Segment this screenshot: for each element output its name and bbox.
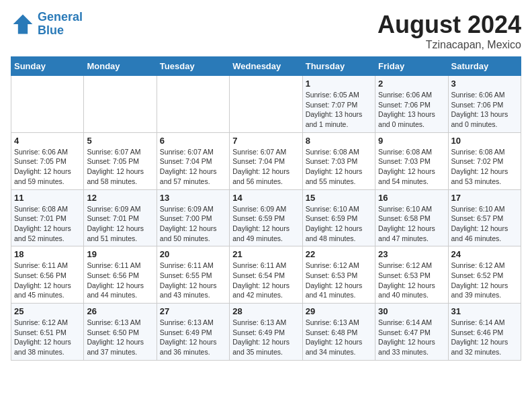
- day-cell: 3Sunrise: 6:06 AMSunset: 7:06 PMDaylight…: [448, 76, 521, 133]
- day-detail: Sunrise: 6:12 AMSunset: 6:53 PMDaylight:…: [378, 261, 445, 300]
- day-cell: 28Sunrise: 6:13 AMSunset: 6:49 PMDayligh…: [230, 304, 302, 361]
- col-friday: Friday: [375, 57, 448, 76]
- day-number: 10: [451, 136, 518, 146]
- week-row-5: 25Sunrise: 6:12 AMSunset: 6:51 PMDayligh…: [11, 304, 521, 361]
- day-cell: 4Sunrise: 6:06 AMSunset: 7:05 PMDaylight…: [11, 132, 84, 189]
- day-number: 30: [378, 306, 445, 316]
- day-detail: Sunrise: 6:13 AMSunset: 6:49 PMDaylight:…: [232, 318, 299, 357]
- day-number: 6: [160, 136, 226, 146]
- location-subtitle: Tzinacapan, Mexico: [378, 39, 521, 51]
- col-tuesday: Tuesday: [157, 57, 229, 76]
- day-number: 7: [232, 136, 299, 146]
- day-detail: Sunrise: 6:12 AMSunset: 6:52 PMDaylight:…: [451, 261, 518, 300]
- day-cell: 20Sunrise: 6:11 AMSunset: 6:55 PMDayligh…: [157, 246, 229, 304]
- day-cell: 7Sunrise: 6:07 AMSunset: 7:04 PMDaylight…: [230, 132, 302, 189]
- day-detail: Sunrise: 6:07 AMSunset: 7:04 PMDaylight:…: [232, 147, 299, 187]
- day-detail: Sunrise: 6:10 AMSunset: 6:57 PMDaylight:…: [451, 204, 518, 244]
- day-detail: Sunrise: 6:08 AMSunset: 7:03 PMDaylight:…: [378, 147, 445, 187]
- day-cell: 23Sunrise: 6:12 AMSunset: 6:53 PMDayligh…: [375, 246, 448, 304]
- day-cell: 11Sunrise: 6:08 AMSunset: 7:01 PMDayligh…: [11, 189, 84, 246]
- day-cell: 15Sunrise: 6:10 AMSunset: 6:59 PMDayligh…: [302, 189, 375, 246]
- day-cell: 6Sunrise: 6:07 AMSunset: 7:04 PMDaylight…: [157, 132, 229, 189]
- day-number: 18: [14, 249, 81, 259]
- day-detail: Sunrise: 6:13 AMSunset: 6:50 PMDaylight:…: [87, 318, 153, 357]
- day-detail: Sunrise: 6:08 AMSunset: 7:03 PMDaylight:…: [306, 147, 372, 187]
- day-number: 23: [378, 249, 445, 259]
- day-detail: Sunrise: 6:07 AMSunset: 7:05 PMDaylight:…: [87, 147, 153, 187]
- logo: General Blue: [11, 11, 83, 38]
- day-cell: 18Sunrise: 6:11 AMSunset: 6:56 PMDayligh…: [11, 246, 84, 304]
- day-cell: 25Sunrise: 6:12 AMSunset: 6:51 PMDayligh…: [11, 304, 84, 361]
- day-number: 29: [306, 306, 372, 316]
- day-detail: Sunrise: 6:14 AMSunset: 6:47 PMDaylight:…: [378, 318, 445, 357]
- day-detail: Sunrise: 6:11 AMSunset: 6:54 PMDaylight:…: [232, 261, 299, 300]
- day-detail: Sunrise: 6:13 AMSunset: 6:48 PMDaylight:…: [306, 318, 372, 357]
- col-wednesday: Wednesday: [230, 57, 302, 76]
- day-detail: Sunrise: 6:06 AMSunset: 7:06 PMDaylight:…: [378, 90, 445, 130]
- day-detail: Sunrise: 6:09 AMSunset: 7:01 PMDaylight:…: [87, 204, 153, 244]
- day-cell: 12Sunrise: 6:09 AMSunset: 7:01 PMDayligh…: [84, 189, 157, 246]
- day-number: 14: [232, 193, 299, 203]
- day-cell: 2Sunrise: 6:06 AMSunset: 7:06 PMDaylight…: [375, 76, 448, 133]
- day-detail: Sunrise: 6:05 AMSunset: 7:07 PMDaylight:…: [306, 90, 372, 130]
- day-detail: Sunrise: 6:09 AMSunset: 7:00 PMDaylight:…: [160, 204, 226, 244]
- week-row-3: 11Sunrise: 6:08 AMSunset: 7:01 PMDayligh…: [11, 189, 521, 246]
- day-cell: 27Sunrise: 6:13 AMSunset: 6:49 PMDayligh…: [157, 304, 229, 361]
- day-detail: Sunrise: 6:12 AMSunset: 6:51 PMDaylight:…: [14, 318, 81, 357]
- col-saturday: Saturday: [448, 57, 521, 76]
- day-number: 4: [14, 136, 81, 146]
- day-number: 16: [378, 193, 445, 203]
- day-number: 1: [306, 79, 372, 89]
- day-cell: 14Sunrise: 6:09 AMSunset: 6:59 PMDayligh…: [230, 189, 302, 246]
- day-number: 15: [306, 193, 372, 203]
- page-header: General Blue August 2024 Tzinacapan, Mex…: [11, 11, 521, 51]
- day-number: 9: [378, 136, 445, 146]
- day-number: 5: [87, 136, 153, 146]
- logo-general: General: [38, 10, 83, 24]
- day-cell: 16Sunrise: 6:10 AMSunset: 6:58 PMDayligh…: [375, 189, 448, 246]
- day-number: 2: [378, 79, 445, 89]
- calendar-body: 1Sunrise: 6:05 AMSunset: 7:07 PMDaylight…: [11, 76, 521, 361]
- col-sunday: Sunday: [11, 57, 84, 76]
- logo-icon: [11, 12, 35, 36]
- day-cell: [230, 76, 302, 133]
- day-number: 26: [87, 306, 153, 316]
- day-cell: 29Sunrise: 6:13 AMSunset: 6:48 PMDayligh…: [302, 304, 375, 361]
- day-detail: Sunrise: 6:09 AMSunset: 6:59 PMDaylight:…: [232, 204, 299, 244]
- day-number: 8: [306, 136, 372, 146]
- calendar-header: Sunday Monday Tuesday Wednesday Thursday…: [11, 57, 521, 76]
- title-block: August 2024 Tzinacapan, Mexico: [378, 11, 521, 51]
- day-detail: Sunrise: 6:06 AMSunset: 7:06 PMDaylight:…: [451, 90, 518, 130]
- day-cell: 9Sunrise: 6:08 AMSunset: 7:03 PMDaylight…: [375, 132, 448, 189]
- week-row-2: 4Sunrise: 6:06 AMSunset: 7:05 PMDaylight…: [11, 132, 521, 189]
- day-number: 27: [160, 306, 226, 316]
- day-number: 13: [160, 193, 226, 203]
- logo-text: General Blue: [38, 11, 83, 38]
- day-cell: [84, 76, 157, 133]
- day-detail: Sunrise: 6:11 AMSunset: 6:55 PMDaylight:…: [160, 261, 226, 300]
- col-thursday: Thursday: [302, 57, 375, 76]
- logo-blue: Blue: [38, 24, 64, 37]
- day-number: 21: [232, 249, 299, 259]
- day-cell: 5Sunrise: 6:07 AMSunset: 7:05 PMDaylight…: [84, 132, 157, 189]
- month-title: August 2024: [378, 11, 521, 39]
- day-detail: Sunrise: 6:12 AMSunset: 6:53 PMDaylight:…: [306, 261, 372, 300]
- day-number: 11: [14, 193, 81, 203]
- day-cell: 1Sunrise: 6:05 AMSunset: 7:07 PMDaylight…: [302, 76, 375, 133]
- day-detail: Sunrise: 6:06 AMSunset: 7:05 PMDaylight:…: [14, 147, 81, 187]
- day-number: 12: [87, 193, 153, 203]
- day-detail: Sunrise: 6:08 AMSunset: 7:02 PMDaylight:…: [451, 147, 518, 187]
- col-monday: Monday: [84, 57, 157, 76]
- svg-marker-0: [13, 14, 33, 34]
- day-detail: Sunrise: 6:13 AMSunset: 6:49 PMDaylight:…: [160, 318, 226, 357]
- day-cell: 21Sunrise: 6:11 AMSunset: 6:54 PMDayligh…: [230, 246, 302, 304]
- day-detail: Sunrise: 6:08 AMSunset: 7:01 PMDaylight:…: [14, 204, 81, 244]
- day-detail: Sunrise: 6:10 AMSunset: 6:58 PMDaylight:…: [378, 204, 445, 244]
- day-cell: 24Sunrise: 6:12 AMSunset: 6:52 PMDayligh…: [448, 246, 521, 304]
- day-detail: Sunrise: 6:14 AMSunset: 6:46 PMDaylight:…: [451, 318, 518, 357]
- day-number: 3: [451, 79, 518, 89]
- day-cell: 26Sunrise: 6:13 AMSunset: 6:50 PMDayligh…: [84, 304, 157, 361]
- day-number: 19: [87, 249, 153, 259]
- day-detail: Sunrise: 6:11 AMSunset: 6:56 PMDaylight:…: [14, 261, 81, 300]
- week-row-1: 1Sunrise: 6:05 AMSunset: 7:07 PMDaylight…: [11, 76, 521, 133]
